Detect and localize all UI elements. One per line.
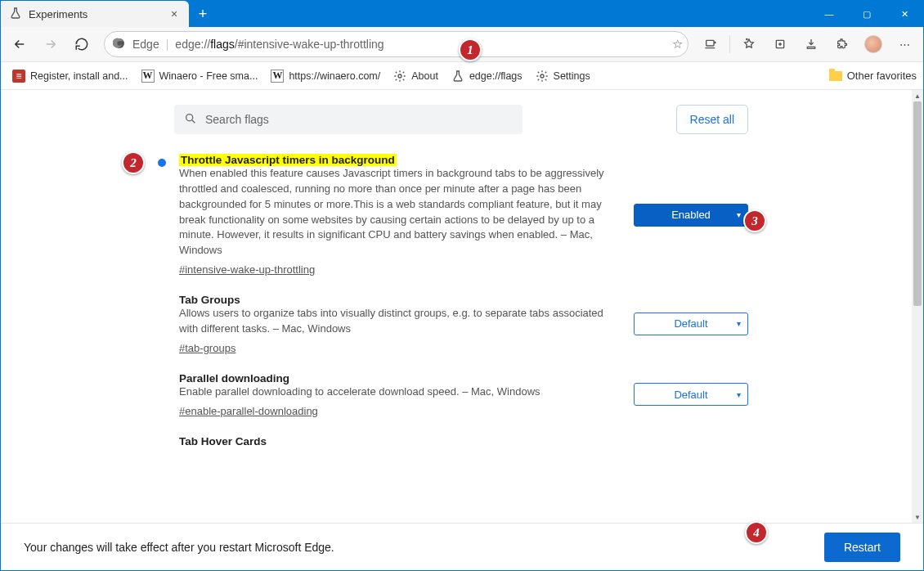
- favorites-icon[interactable]: [735, 31, 763, 57]
- flag-title: Tab Hover Cards: [179, 435, 267, 447]
- bookmark-label: Register, install and...: [30, 70, 128, 82]
- vertical-scrollbar[interactable]: ▲ ▼: [912, 90, 923, 523]
- callout-badge: 3: [743, 209, 766, 232]
- scrollbar-thumb[interactable]: [913, 101, 922, 306]
- edge-logo-icon: [113, 37, 126, 52]
- flag-description: Enable parallel downloading to accelerat…: [179, 384, 621, 400]
- svg-point-4: [540, 74, 544, 78]
- extensions-icon[interactable]: [828, 31, 856, 57]
- site-icon: W: [141, 70, 155, 83]
- window-controls: — ▢ ✕: [810, 1, 923, 27]
- bookmark-label: About: [411, 70, 438, 82]
- bookmark-item[interactable]: edge://flags: [446, 66, 527, 86]
- gear-icon: [536, 70, 549, 83]
- bookmark-label: https://winaero.com/: [289, 70, 380, 82]
- scroll-down-icon[interactable]: ▼: [912, 511, 923, 523]
- chevron-down-icon: ▾: [737, 390, 741, 399]
- flag-state-select[interactable]: Enabled ▾: [634, 204, 748, 227]
- titlebar: Experiments × + — ▢ ✕: [1, 1, 923, 27]
- bookmark-item[interactable]: W Winaero - Free sma...: [137, 66, 263, 86]
- flag-entry: Tab Hover Cards: [1, 424, 912, 455]
- flask-icon: [451, 70, 464, 83]
- send-to-device-icon[interactable]: [697, 31, 724, 57]
- bookmark-label: edge://flags: [469, 70, 523, 82]
- bookmark-item[interactable]: ≡ Register, install and...: [7, 66, 133, 86]
- bookmarks-bar: ≡ Register, install and... W Winaero - F…: [1, 62, 923, 90]
- flag-title: Parallel downloading: [179, 372, 289, 384]
- svg-point-5: [186, 114, 193, 120]
- bookmark-item[interactable]: W https://winaero.com/: [266, 66, 385, 86]
- bookmark-item[interactable]: Settings: [531, 66, 595, 86]
- callout-badge: 1: [459, 38, 482, 61]
- other-favorites-label: Other favorites: [847, 70, 917, 82]
- flag-title: Throttle Javascript timers in background: [179, 154, 397, 166]
- separator: |: [166, 38, 169, 51]
- search-placeholder: Search flags: [205, 113, 269, 126]
- scroll-up-icon[interactable]: ▲: [912, 90, 923, 101]
- flag-anchor-link[interactable]: #tab-groups: [179, 342, 235, 354]
- callout-badge: 2: [122, 151, 145, 174]
- flag-entry: Parallel downloading Enable parallel dow…: [1, 361, 912, 424]
- search-flags-input[interactable]: Search flags: [174, 105, 523, 134]
- other-favorites[interactable]: Other favorites: [829, 70, 917, 82]
- site-icon: ≡: [12, 70, 25, 83]
- modified-indicator-icon: [158, 159, 166, 167]
- chevron-down-icon: ▾: [737, 210, 741, 219]
- gear-icon: [393, 70, 406, 83]
- new-tab-button[interactable]: +: [189, 1, 217, 27]
- restart-footer: Your changes will take effect after you …: [1, 523, 923, 570]
- flag-state-select[interactable]: Default ▾: [634, 312, 748, 335]
- separator: [729, 35, 730, 53]
- reset-all-button[interactable]: Reset all: [676, 105, 748, 134]
- downloads-icon[interactable]: [797, 31, 825, 57]
- svg-point-3: [398, 74, 401, 78]
- svg-rect-1: [706, 40, 714, 46]
- bookmark-item[interactable]: About: [388, 66, 443, 86]
- site-icon: W: [271, 70, 284, 83]
- flag-anchor-link[interactable]: #intensive-wake-up-throttling: [179, 263, 315, 276]
- profile-avatar[interactable]: [859, 31, 887, 57]
- window: Experiments × + — ▢ ✕ Edge | edge://flag…: [0, 0, 924, 571]
- flag-description: When enabled this feature causes Javascr…: [179, 166, 621, 259]
- bookmark-label: Winaero - Free sma...: [159, 70, 258, 82]
- minimize-button[interactable]: —: [810, 1, 848, 27]
- favorite-star-icon[interactable]: ☆: [672, 37, 683, 52]
- collections-icon[interactable]: [766, 31, 794, 57]
- search-icon: [184, 112, 197, 128]
- forward-button[interactable]: [37, 31, 65, 57]
- back-button[interactable]: [6, 31, 34, 57]
- close-tab-icon[interactable]: ×: [168, 7, 181, 20]
- maximize-button[interactable]: ▢: [848, 1, 886, 27]
- flask-icon: [9, 7, 22, 22]
- restart-message: Your changes will take effect after you …: [24, 541, 334, 554]
- edge-label: Edge: [132, 38, 159, 51]
- bookmark-label: Settings: [554, 70, 590, 82]
- restart-button[interactable]: Restart: [824, 533, 900, 562]
- callout-badge: 4: [745, 521, 768, 544]
- browser-tab[interactable]: Experiments ×: [1, 1, 189, 27]
- flag-state-select[interactable]: Default ▾: [634, 383, 748, 406]
- folder-icon: [829, 71, 842, 81]
- flag-title: Tab Groups: [179, 294, 240, 306]
- address-bar[interactable]: Edge | edge://flags/#intensive-wake-up-t…: [104, 31, 689, 57]
- refresh-button[interactable]: [68, 31, 96, 57]
- close-window-button[interactable]: ✕: [886, 1, 923, 27]
- flag-description: Allows users to organize tabs into visua…: [179, 306, 621, 337]
- flag-anchor-link[interactable]: #enable-parallel-downloading: [179, 405, 318, 417]
- url-text: edge://flags/#intensive-wake-up-throttli…: [175, 38, 384, 51]
- tab-title: Experiments: [29, 8, 87, 20]
- menu-button[interactable]: ⋯: [890, 31, 918, 57]
- flag-entry: Tab Groups Allows users to organize tabs…: [1, 282, 912, 361]
- chevron-down-icon: ▾: [737, 319, 741, 328]
